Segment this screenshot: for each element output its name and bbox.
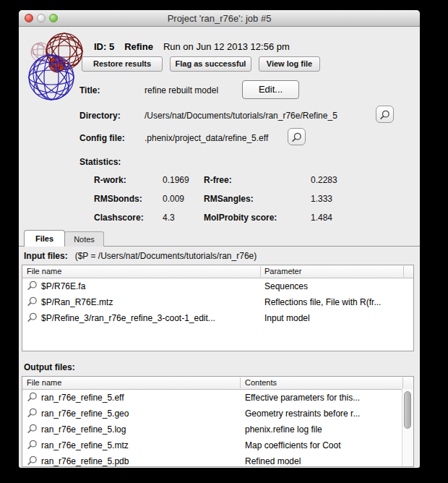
parameter-cell[interactable]: Reflections file, File with R(fr... (264, 297, 381, 307)
tab-notes[interactable]: Notes (64, 231, 104, 247)
tab-files[interactable]: Files (24, 230, 65, 247)
job-program: Refine (124, 41, 153, 52)
table-row[interactable]: $P/R76E.fa Sequences (22, 278, 413, 294)
file-name-cell[interactable]: $P/Ran_R76E.mtz (41, 297, 113, 307)
stat-value: 4.3 (163, 213, 175, 223)
contents-cell[interactable]: Refined model (245, 456, 301, 466)
contents-cell[interactable]: Map coefficients for Coot (245, 440, 341, 450)
contents-cell[interactable]: Geometry restraints before r... (245, 409, 360, 419)
file-name-cell[interactable]: ran_r76e_refine_5.eff (41, 393, 124, 403)
stat-key: R-free: (204, 175, 232, 185)
file-name-cell[interactable]: $P/R76E.fa (41, 281, 85, 291)
column-header-file-name[interactable]: File name (27, 378, 61, 387)
molecule-icon (29, 32, 88, 107)
search-icon[interactable] (27, 281, 38, 291)
title-value: refine rebuilt model (145, 85, 218, 95)
contents-cell[interactable]: phenix.refine log file (245, 424, 322, 435)
directory-label: Directory: (79, 111, 121, 121)
config-file-label: Config file: (79, 133, 125, 143)
titlebar[interactable]: Project 'ran_r76e': job #5 (19, 10, 420, 27)
stat-value: 0.009 (163, 194, 184, 204)
file-name-cell[interactable]: ran_r76e_refine_5.pdb (41, 456, 129, 466)
table-row[interactable]: ran_r76e_refine_5.pdb Refined model (22, 453, 413, 467)
input-files-table[interactable]: File name Parameter $P/R76E.fa Sequences… (22, 265, 414, 351)
column-resize-handle[interactable] (260, 266, 261, 277)
directory-value: /Users/nat/Documents/tutorials/ran_r76e/… (145, 111, 337, 121)
parameter-cell[interactable]: Sequences (264, 281, 308, 291)
edit-title-button[interactable]: Edit... (242, 80, 299, 99)
table-row[interactable]: $P/Ran_R76E.mtz Reflections file, File w… (22, 294, 413, 310)
column-header-file-name[interactable]: File name (27, 267, 61, 275)
search-icon[interactable] (27, 408, 38, 419)
stat-key: MolProbity score: (204, 213, 277, 223)
browse-directory-button[interactable] (376, 106, 394, 123)
restore-results-button[interactable]: Restore results (82, 56, 163, 72)
search-icon (288, 132, 305, 143)
view-log-file-button[interactable]: View log file (259, 56, 320, 72)
search-icon[interactable] (27, 392, 38, 403)
table-row[interactable]: ran_r76e_refine_5.mtz Map coefficients f… (22, 437, 413, 453)
stat-value: 1.333 (311, 194, 332, 204)
contents-cell[interactable]: Effective parameters for this... (245, 393, 360, 403)
table-row[interactable]: ran_r76e_refine_5.geo Geometry restraint… (22, 406, 413, 422)
job-id: ID: 5 (94, 41, 114, 52)
table-row[interactable]: ran_r76e_refine_5.log phenix.refine log … (22, 422, 413, 437)
stat-key: R-work: (94, 175, 126, 185)
search-icon (376, 110, 393, 121)
column-header-contents[interactable]: Contents (245, 378, 277, 387)
config-file-value: .phenix/project_data/refine_5.eff (145, 133, 268, 143)
stat-value: 0.1969 (163, 175, 189, 185)
statistics-label: Statistics: (79, 157, 121, 167)
view-config-button[interactable] (288, 128, 306, 145)
output-files-table[interactable]: File name Contents ran_r76e_refine_5.eff… (22, 376, 414, 467)
job-run-info: Run on Jun 12 2013 12:56 pm (163, 41, 290, 52)
output-files-table-header[interactable]: File name Contents (22, 377, 413, 390)
table-row[interactable]: ran_r76e_refine_5.eff Effective paramete… (22, 390, 413, 406)
search-icon[interactable] (27, 456, 38, 466)
search-icon[interactable] (27, 424, 38, 435)
flag-as-successful-button[interactable]: Flag as successful (170, 56, 251, 72)
scrollbar-thumb[interactable] (404, 391, 411, 429)
output-files-label: Output files: (24, 362, 75, 372)
column-header-parameter[interactable]: Parameter (264, 267, 301, 275)
file-name-cell[interactable]: $P/Refine_3/ran_r76e_refine_3-coot-1_edi… (41, 313, 215, 323)
column-resize-handle[interactable] (402, 377, 403, 388)
project-job-window: Project 'ran_r76e': job #5 (19, 10, 420, 468)
parameter-cell[interactable]: Input model (264, 313, 310, 323)
stat-key: RMSangles: (204, 194, 254, 204)
input-files-label: Input files:($P = /Users/nat/Documents/t… (24, 251, 257, 261)
column-resize-handle[interactable] (403, 266, 404, 277)
search-icon[interactable] (27, 296, 38, 307)
job-header: ID: 5 Refine Run on Jun 12 2013 12:56 pm (94, 41, 290, 52)
stat-key: Clashscore: (94, 213, 144, 223)
window-title: Project 'ran_r76e': job #5 (19, 13, 420, 24)
table-row[interactable]: $P/Refine_3/ran_r76e_refine_3-coot-1_edi… (22, 310, 413, 326)
file-name-cell[interactable]: ran_r76e_refine_5.log (41, 424, 126, 435)
search-icon[interactable] (27, 440, 38, 450)
input-files-hint: ($P = /Users/nat/Documents/tutorials/ran… (75, 251, 257, 261)
title-label: Title: (79, 85, 100, 95)
stat-key: RMSbonds: (94, 194, 142, 204)
column-resize-handle[interactable] (240, 377, 241, 388)
file-name-cell[interactable]: ran_r76e_refine_5.mtz (41, 440, 129, 450)
stat-value: 1.484 (311, 213, 332, 223)
input-files-title: Input files: (24, 251, 68, 261)
stat-value: 0.2283 (311, 175, 337, 185)
search-icon[interactable] (27, 312, 38, 323)
vertical-scrollbar[interactable] (402, 389, 413, 466)
file-name-cell[interactable]: ran_r76e_refine_5.geo (41, 409, 129, 419)
input-files-table-header[interactable]: File name Parameter (22, 265, 413, 278)
